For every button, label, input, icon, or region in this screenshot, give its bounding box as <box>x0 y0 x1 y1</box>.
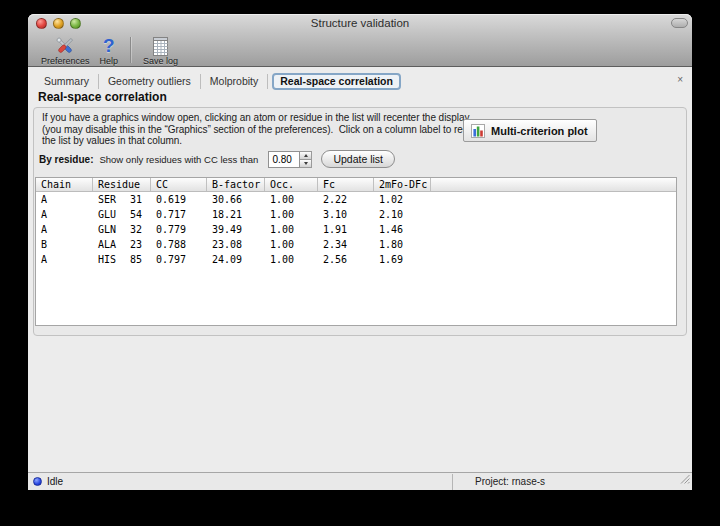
project-label: Project: rnase-s <box>475 476 545 487</box>
table-row[interactable]: A SER31 0.619 30.66 1.00 2.22 1.02 <box>36 192 676 207</box>
instructions-line-3: the list by values in that column. <box>42 135 483 147</box>
filter-label: By residue: <box>39 154 93 165</box>
cell-fc: 2.22 <box>318 192 374 207</box>
toolbar: Preferences ? Help Save log <box>28 33 692 67</box>
residue-table: Chain Residue CC B-factor Occ. Fc 2mFo-D… <box>35 177 677 326</box>
tab-geometry-outliers[interactable]: Geometry outliers <box>99 74 201 89</box>
cell-spacer <box>431 237 676 252</box>
cell-fc: 3.10 <box>318 207 374 222</box>
cell-fc: 1.91 <box>318 222 374 237</box>
cell-spacer <box>431 207 676 222</box>
cell-chain: A <box>36 252 93 267</box>
plot-button-label: Multi-criterion plot <box>491 125 588 137</box>
bar-chart-icon <box>471 124 485 138</box>
stepper-up-button[interactable] <box>300 151 312 160</box>
cell-fc: 2.34 <box>318 237 374 252</box>
header-chain[interactable]: Chain <box>36 178 93 191</box>
help-label: Help <box>100 56 119 66</box>
preferences-label: Preferences <box>41 56 90 66</box>
cell-chain: A <box>36 222 93 237</box>
preferences-button[interactable]: Preferences <box>36 35 95 66</box>
cell-2mfo-dfc: 2.10 <box>374 207 431 222</box>
cell-cc: 0.717 <box>151 207 207 222</box>
table-row[interactable]: A GLU54 0.717 18.21 1.00 3.10 2.10 <box>36 207 676 222</box>
question-mark-icon: ? <box>103 35 115 57</box>
content-panel: If you have a graphics window open, clic… <box>33 107 687 336</box>
cell-cc: 0.797 <box>151 252 207 267</box>
spreadsheet-icon <box>152 35 170 57</box>
cell-residue: SER31 <box>93 192 151 207</box>
cell-spacer <box>431 222 676 237</box>
window-title: Structure validation <box>28 17 692 29</box>
instructions-line-2: (you may disable this in the “Graphics” … <box>42 124 483 136</box>
table-row[interactable]: B ALA23 0.788 23.08 1.00 2.34 1.80 <box>36 237 676 252</box>
down-arrow-icon <box>304 162 308 165</box>
status-indicator-icon <box>33 477 42 486</box>
cell-spacer <box>431 192 676 207</box>
update-list-button[interactable]: Update list <box>321 150 395 168</box>
table-header: Chain Residue CC B-factor Occ. Fc 2mFo-D… <box>36 178 676 192</box>
cell-chain: A <box>36 192 93 207</box>
tab-molprobity[interactable]: Molprobity <box>201 74 268 89</box>
cell-fc: 2.56 <box>318 252 374 267</box>
header-spacer <box>431 178 676 191</box>
tab-real-space-correlation[interactable]: Real-space correlation <box>272 73 401 90</box>
cell-chain: A <box>36 207 93 222</box>
cell-2mfo-dfc: 1.69 <box>374 252 431 267</box>
cell-b-factor: 39.49 <box>207 222 265 237</box>
header-fc[interactable]: Fc <box>318 178 374 191</box>
header-occ[interactable]: Occ. <box>265 178 318 191</box>
cell-chain: B <box>36 237 93 252</box>
cell-residue: GLN32 <box>93 222 151 237</box>
multi-criterion-plot-button[interactable]: Multi-criterion plot <box>463 119 597 142</box>
resize-grip-handle[interactable] <box>680 470 690 488</box>
collapse-widget[interactable] <box>671 18 688 28</box>
filter-description: Show only residues with CC less than <box>99 154 258 165</box>
header-cc[interactable]: CC <box>151 178 207 191</box>
filter-row: By residue: Show only residues with CC l… <box>39 149 395 169</box>
cell-residue: GLU54 <box>93 207 151 222</box>
tab-bar: Summary Geometry outliers Molprobity Rea… <box>35 73 692 90</box>
header-residue[interactable]: Residue <box>93 178 151 191</box>
cell-cc: 0.619 <box>151 192 207 207</box>
cell-residue: ALA23 <box>93 237 151 252</box>
title-bar[interactable]: Structure validation <box>28 14 692 33</box>
crossed-tools-icon <box>53 35 77 57</box>
cell-b-factor: 24.09 <box>207 252 265 267</box>
cc-threshold-stepper <box>300 151 312 168</box>
status-separator <box>452 474 453 490</box>
table-row[interactable]: A HIS85 0.797 24.09 1.00 2.56 1.69 <box>36 252 676 267</box>
cell-residue: HIS85 <box>93 252 151 267</box>
toolbar-separator <box>130 37 131 63</box>
cell-2mfo-dfc: 1.02 <box>374 192 431 207</box>
table-row[interactable]: A GLN32 0.779 39.49 1.00 1.91 1.46 <box>36 222 676 237</box>
cell-spacer <box>431 252 676 267</box>
instructions-text: If you have a graphics window open, clic… <box>42 112 483 147</box>
save-log-button[interactable]: Save log <box>138 35 183 66</box>
stepper-down-button[interactable] <box>300 160 312 168</box>
status-text: Idle <box>47 476 63 487</box>
cell-cc: 0.779 <box>151 222 207 237</box>
tab-summary[interactable]: Summary <box>35 74 99 89</box>
cell-occ: 1.00 <box>265 207 318 222</box>
table-body: A SER31 0.619 30.66 1.00 2.22 1.02 A GLU… <box>36 192 676 267</box>
cc-threshold-input[interactable] <box>268 151 300 168</box>
cell-2mfo-dfc: 1.46 <box>374 222 431 237</box>
cell-b-factor: 30.66 <box>207 192 265 207</box>
cell-occ: 1.00 <box>265 222 318 237</box>
close-tab-icon[interactable]: × <box>677 74 683 85</box>
status-bar: Idle Project: rnase-s <box>28 472 692 490</box>
header-2mfo-dfc[interactable]: 2mFo-DFc <box>374 178 431 191</box>
cell-2mfo-dfc: 1.80 <box>374 237 431 252</box>
cell-occ: 1.00 <box>265 192 318 207</box>
save-log-label: Save log <box>143 56 178 66</box>
cell-occ: 1.00 <box>265 237 318 252</box>
instructions-line-1: If you have a graphics window open, clic… <box>42 112 483 124</box>
help-button[interactable]: ? Help <box>95 35 124 66</box>
page-title: Real-space correlation <box>38 90 167 104</box>
app-window: Structure validation Preferences <box>28 14 692 490</box>
up-arrow-icon <box>304 154 308 157</box>
cell-b-factor: 18.21 <box>207 207 265 222</box>
cell-occ: 1.00 <box>265 252 318 267</box>
header-b-factor[interactable]: B-factor <box>207 178 265 191</box>
